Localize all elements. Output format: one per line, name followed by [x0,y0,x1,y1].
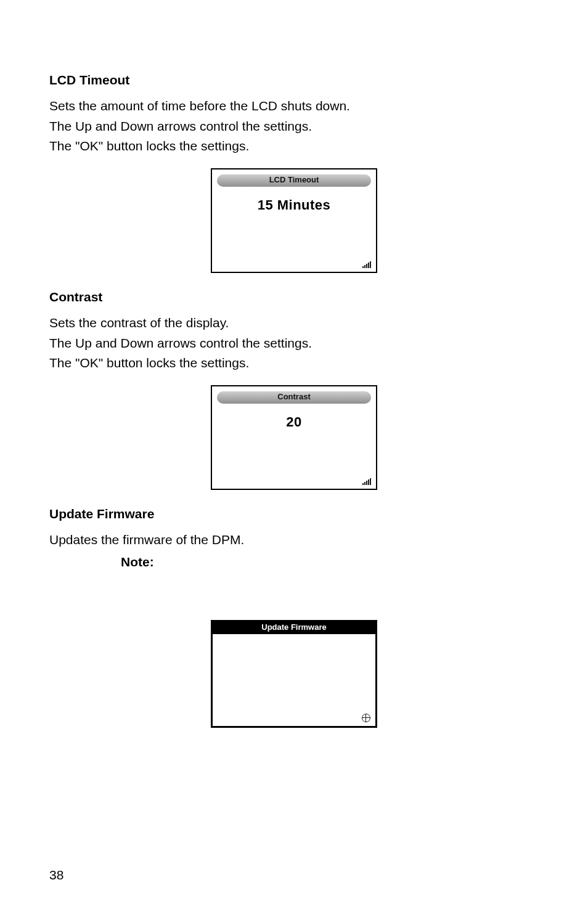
screen-titlebar: LCD Timeout [217,174,371,187]
device-screen: Update Firmware [211,620,377,728]
text-contrast-desc2: The Up and Down arrows control the setti… [49,334,539,353]
screenshot-lcd-timeout: LCD Timeout 15 Minutes [211,168,377,273]
globe-icon [362,714,370,722]
text-lcd-timeout-desc3: The "OK" button locks the settings. [49,137,539,155]
screen-value: 15 Minutes [216,195,372,215]
heading-contrast: Contrast [49,288,539,306]
text-update-firmware-desc1: Updates the firmware of the DPM. [49,531,539,549]
device-screen: Contrast 20 [211,385,377,490]
screen-titlebar: Contrast [217,391,371,404]
signal-icon [362,478,371,485]
device-screen: LCD Timeout 15 Minutes [211,168,377,273]
screenshot-contrast: Contrast 20 [211,385,377,490]
heading-update-firmware: Update Firmware [49,505,539,523]
text-contrast-desc3: The "OK" button locks the settings. [49,354,539,372]
screen-value: 20 [216,412,372,432]
text-lcd-timeout-desc1: Sets the amount of time before the LCD s… [49,97,539,115]
signal-icon [362,261,371,268]
note-label: Note: [121,553,539,571]
page-number: 38 [49,866,63,884]
text-contrast-desc1: Sets the contrast of the display. [49,314,539,332]
heading-lcd-timeout: LCD Timeout [49,71,539,89]
text-lcd-timeout-desc2: The Up and Down arrows control the setti… [49,117,539,136]
screen-titlebar: Update Firmware [213,622,375,634]
screenshot-update-firmware: Update Firmware [211,620,377,728]
